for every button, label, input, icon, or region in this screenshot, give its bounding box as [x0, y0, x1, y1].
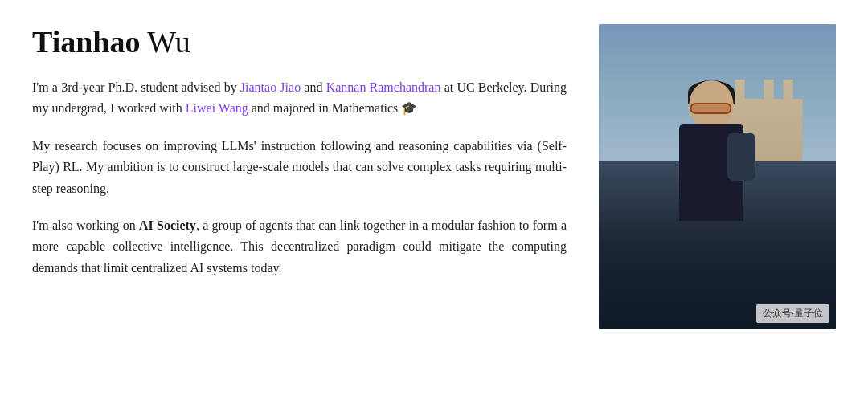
- person-backpack: [727, 133, 755, 181]
- person-head: [689, 80, 733, 129]
- first-name: Tianhao: [32, 25, 140, 59]
- link-liwei-wang[interactable]: Liwei Wang: [186, 101, 248, 115]
- profile-image-container: 公众号·量子位: [599, 24, 836, 329]
- person-glasses: [690, 103, 732, 114]
- content-area: Tianhao Wu I'm a 3rd-year Ph.D. student …: [32, 24, 567, 295]
- last-name: Wu: [140, 25, 190, 59]
- link-kannan-ramchandran[interactable]: Kannan Ramchandran: [326, 80, 441, 94]
- page-container: Tianhao Wu I'm a 3rd-year Ph.D. student …: [32, 24, 836, 329]
- bio-paragraph-2: My research focuses on improving LLMs' i…: [32, 136, 567, 199]
- bio-connector: and: [301, 80, 326, 94]
- bio-text-before-bold: I'm also working on: [32, 218, 139, 232]
- bio-text-end: and majored in Mathematics 🎓: [248, 101, 418, 115]
- page-title: Tianhao Wu: [32, 24, 567, 59]
- ai-society-bold: AI Society: [139, 218, 196, 232]
- link-jiantao-jiao[interactable]: Jiantao Jiao: [240, 80, 301, 94]
- bio-text-before-link1: I'm a 3rd-year Ph.D. student advised by: [32, 80, 240, 94]
- bio-paragraph-1: I'm a 3rd-year Ph.D. student advised by …: [32, 77, 567, 120]
- image-watermark: 公众号·量子位: [756, 304, 829, 323]
- profile-image: 公众号·量子位: [599, 24, 836, 329]
- person-figure: [647, 80, 776, 273]
- bio-paragraph-3: I'm also working on AI Society, a group …: [32, 215, 567, 279]
